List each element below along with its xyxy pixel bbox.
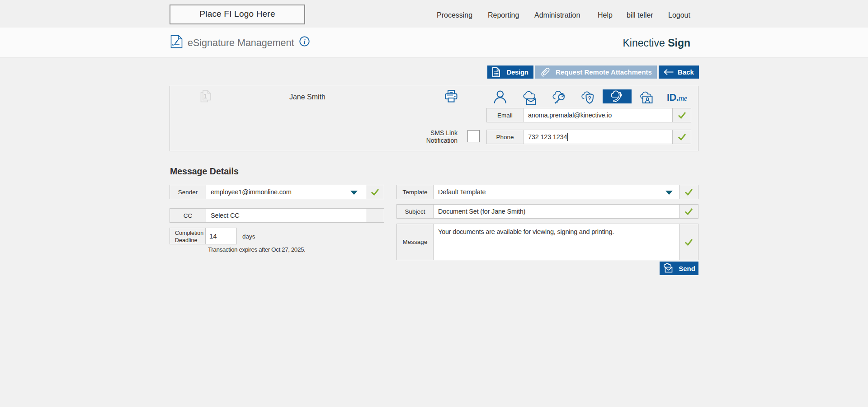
svg-text:?: ? [588, 95, 591, 102]
svg-text:i: i [303, 38, 306, 45]
svg-text:x: x [172, 43, 174, 46]
svg-text:1: 1 [203, 93, 207, 100]
